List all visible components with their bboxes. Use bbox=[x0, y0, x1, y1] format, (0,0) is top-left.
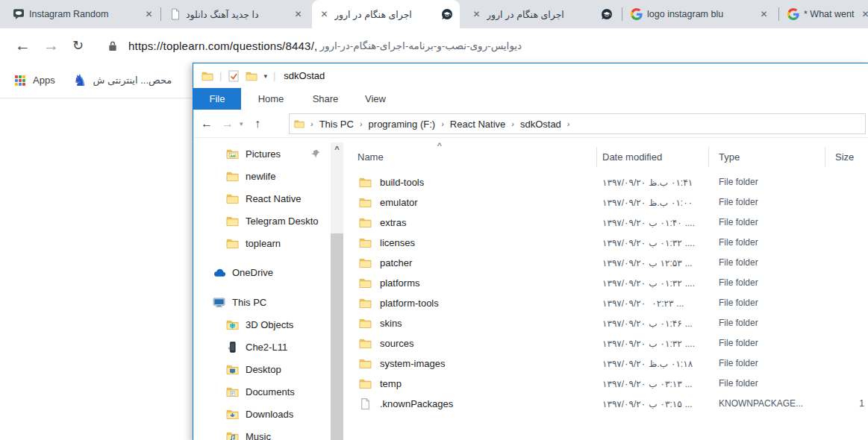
file-explorer-window: | ▾ | sdkOstad File Home Share View ← → bbox=[193, 63, 868, 440]
column-header-size[interactable]: Size bbox=[835, 151, 854, 163]
sidebar-scrollbar[interactable]: ^ bbox=[331, 142, 343, 440]
scroll-up-caret-icon[interactable]: ^ bbox=[331, 142, 343, 155]
sidebar-item[interactable]: newlife bbox=[193, 165, 331, 187]
toplearn-icon bbox=[601, 8, 613, 20]
window-title: sdkOstad bbox=[284, 70, 325, 81]
tab-close-icon[interactable]: ✕ bbox=[319, 9, 330, 19]
breadcrumb-item[interactable]: › sdkOstad bbox=[505, 119, 561, 130]
file-row[interactable]: temp ۱۳۹۷/۰۹/۲۰ ب ۰۳:۱۳ ... File folder bbox=[346, 374, 868, 394]
file-row[interactable]: .knownPackages ۱۳۹۷/۰۹/۲۰ ب ۰۳:۱۵ ... KN… bbox=[346, 394, 868, 414]
bookmark-item[interactable]: ش اینترنتی محص... bbox=[93, 75, 193, 86]
file-row[interactable]: system-images ۱۳۹۷/۰۹/۲۰ ب.ظ ۰۱:۱۸ File … bbox=[346, 353, 868, 374]
sidebar-item[interactable]: Documents bbox=[193, 380, 331, 403]
sidebar-item[interactable]: Music bbox=[193, 425, 331, 440]
forward-arrow-icon[interactable]: → bbox=[43, 28, 59, 63]
breadcrumb-item[interactable]: › React Native bbox=[435, 119, 505, 130]
horse-bookmark-icon[interactable]: ♞ bbox=[73, 72, 87, 88]
breadcrumb-item[interactable]: › programing (F:) bbox=[354, 119, 435, 130]
column-divider[interactable] bbox=[825, 147, 825, 167]
up-arrow-icon[interactable]: ↑ bbox=[255, 110, 260, 137]
ribbon-tab[interactable]: View bbox=[359, 88, 392, 110]
phone-device-icon bbox=[226, 341, 239, 353]
file-row[interactable]: extras ۱۳۹۷/۰۹/۲۰ ب ۰۱:۴۰ .... File fold… bbox=[346, 213, 868, 233]
address-bar[interactable]: https://toplearn.com/questions/8443/, ار… bbox=[128, 28, 522, 63]
ribbon-tab[interactable]: File bbox=[193, 88, 241, 110]
tab-close-icon[interactable]: ✕ bbox=[758, 9, 769, 19]
folder-icon bbox=[226, 237, 239, 250]
browser-tab[interactable]: ارور در هنگام اجرای ✕ bbox=[312, 0, 460, 28]
file-row[interactable]: licenses ۱۳۹۷/۰۹/۲۰ ب ۰۱:۳۲ .... File fo… bbox=[346, 233, 868, 253]
breadcrumb[interactable]: › This PC › programing (F:) › React Nati… bbox=[289, 113, 866, 134]
reload-icon[interactable]: ↻ bbox=[72, 28, 84, 63]
document-icon bbox=[169, 8, 181, 20]
column-header-date-modified[interactable]: Date modified bbox=[602, 151, 662, 163]
breadcrumb-chevron-icon: › bbox=[360, 119, 363, 128]
browser-tab[interactable]: logo instagram blu ✕ bbox=[624, 0, 776, 28]
sidebar-item[interactable]: React Native bbox=[193, 187, 331, 210]
sidebar-item[interactable]: Pictures bbox=[193, 142, 331, 165]
file-name: temp bbox=[380, 374, 402, 394]
column-divider[interactable] bbox=[708, 147, 709, 167]
ribbon-tab[interactable]: Home bbox=[252, 88, 290, 110]
file-name: platforms bbox=[380, 273, 419, 293]
tab-close-icon[interactable]: ✕ bbox=[293, 9, 304, 19]
properties-check-icon[interactable] bbox=[228, 70, 240, 82]
explorer-title-bar: | ▾ | sdkOstad bbox=[193, 63, 868, 88]
qat-dropdown-caret-icon[interactable]: ▾ bbox=[263, 72, 267, 80]
folder-icon bbox=[226, 170, 239, 183]
scrollbar-thumb[interactable] bbox=[331, 233, 343, 440]
folder-icon bbox=[359, 297, 372, 309]
separator: | bbox=[273, 70, 275, 81]
column-divider[interactable] bbox=[596, 147, 597, 167]
sidebar-item[interactable]: This PC bbox=[193, 291, 331, 313]
sidebar-item[interactable]: Downloads bbox=[193, 403, 331, 425]
apps-label[interactable]: Apps bbox=[33, 75, 55, 86]
tab-close-icon[interactable]: ✕ bbox=[471, 9, 482, 19]
back-arrow-icon[interactable]: ← bbox=[201, 110, 213, 137]
tab-title: ارور در هنگام اجرای bbox=[487, 9, 596, 20]
browser-tab[interactable]: * What went w ✕ bbox=[781, 0, 868, 28]
file-name: skins bbox=[380, 313, 402, 333]
file-row[interactable]: build-tools ۱۳۹۷/۰۹/۲۰ ب.ظ ۰۱:۴۱ File fo… bbox=[346, 172, 868, 192]
sidebar-item[interactable]: Desktop bbox=[193, 358, 331, 380]
breadcrumb-item[interactable]: › This PC bbox=[305, 119, 354, 130]
tab-close-icon[interactable]: ✕ bbox=[860, 9, 868, 19]
folder-icon bbox=[359, 357, 372, 370]
file-date-modified: ۱۳۹۷/۰۹/۲۰ ب.ظ ۰۱:۰۰ bbox=[602, 192, 696, 213]
downloads-folder-icon bbox=[226, 408, 239, 421]
file-name: sources bbox=[380, 333, 414, 353]
browser-tab[interactable]: Instagram Random ✕ bbox=[6, 0, 161, 28]
apps-grid-icon[interactable] bbox=[15, 75, 25, 86]
file-row[interactable]: platforms ۱۳۹۷/۰۹/۲۰ ب ۰۱:۳۲ .... File f… bbox=[346, 273, 868, 293]
this-pc-icon bbox=[213, 296, 225, 309]
ribbon-tab[interactable]: Share bbox=[308, 88, 343, 110]
sidebar-item[interactable]: OneDrive bbox=[193, 261, 331, 283]
new-folder-icon[interactable] bbox=[246, 70, 257, 82]
file-row[interactable]: platform-tools ۱۳۹۷/۰۹/۲۰ ۰۲:۲۳ ... File… bbox=[346, 293, 868, 313]
tab-close-icon[interactable]: ✕ bbox=[143, 9, 154, 19]
sidebar-item[interactable]: 3D Objects bbox=[193, 313, 331, 336]
sidebar-item[interactable]: toplearn bbox=[193, 232, 331, 254]
file-row[interactable]: skins ۱۳۹۷/۰۹/۲۰ ب ۰۱:۴۶ ... File folder bbox=[346, 313, 868, 333]
browser-tab[interactable]: ارور در هنگام اجرای ✕ bbox=[464, 0, 619, 28]
column-header-type[interactable]: Type bbox=[719, 151, 740, 163]
file-row[interactable]: sources ۱۳۹۷/۰۹/۲۰ ب ۰۱:۳۲ .... File fol… bbox=[346, 333, 868, 353]
folder-icon bbox=[359, 337, 372, 350]
sidebar-item[interactable]: Che2-L11 bbox=[193, 336, 331, 358]
file-row[interactable]: emulator ۱۳۹۷/۰۹/۲۰ ب.ظ ۰۱:۰۰ File folde… bbox=[346, 192, 868, 213]
file-row[interactable]: patcher ۱۳۹۷/۰۹/۲۰ ب ۱۲:۵۳ ... File fold… bbox=[346, 253, 868, 273]
file-date-modified: ۱۳۹۷/۰۹/۲۰ ب ۰۳:۱۵ ... bbox=[602, 394, 693, 414]
documents-folder-icon bbox=[226, 386, 239, 398]
recent-caret-icon[interactable]: ▾ bbox=[240, 110, 243, 137]
forward-arrow-icon[interactable]: → bbox=[222, 110, 234, 137]
column-header-name[interactable]: Name bbox=[357, 151, 384, 163]
folder-icon bbox=[359, 377, 372, 390]
tab-title: دانلود آهنگ جدید دا bbox=[186, 9, 288, 20]
sidebar-item[interactable]: Telegram Deskto bbox=[193, 210, 331, 232]
file-date-modified: ۱۳۹۷/۰۹/۲۰ ب ۰۱:۴۶ ... bbox=[602, 313, 693, 333]
tab-title: Instagram Random bbox=[29, 9, 139, 19]
browser-tab[interactable]: دانلود آهنگ جدید دا ✕ bbox=[163, 0, 310, 28]
back-arrow-icon[interactable]: ← bbox=[15, 28, 31, 63]
file-date-modified: ۱۳۹۷/۰۹/۲۰ ب ۱۲:۵۳ ... bbox=[602, 253, 693, 273]
bookmarks-bar: Apps ♞ ش اینترنتی محص... bbox=[0, 63, 193, 98]
